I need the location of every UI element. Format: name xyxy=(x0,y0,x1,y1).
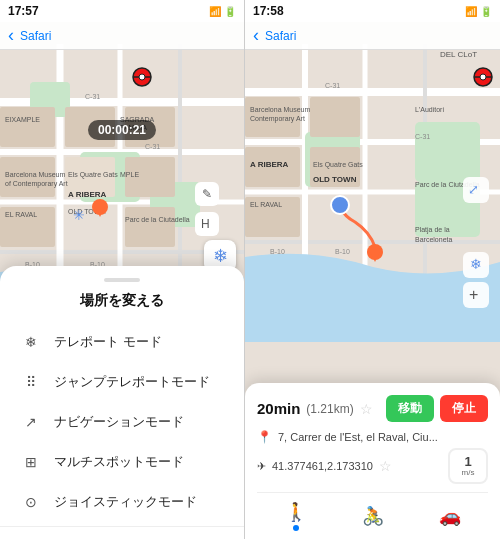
battery-icon-left: 🔋 xyxy=(224,6,236,17)
tab-active-dot xyxy=(293,525,299,531)
svg-text:Barceloneta: Barceloneta xyxy=(415,236,452,243)
svg-text:Parc de la Ciutadella: Parc de la Ciutadella xyxy=(125,216,190,223)
menu-label-navigation: ナビゲーションモード xyxy=(54,413,184,431)
route-address-row: 📍 7, Carrer de l'Est, el Raval, Ciu... xyxy=(257,430,488,444)
joystick-icon: ⊙ xyxy=(20,491,42,513)
svg-rect-18 xyxy=(125,207,175,247)
safari-bar-right[interactable]: ‹ Safari xyxy=(245,22,500,50)
navigation-icon: ↗ xyxy=(20,411,42,433)
svg-text:MPLE: MPLE xyxy=(120,171,139,178)
phone-right: C-31 C-31 B-10 B-10 Barcelona Museum Con… xyxy=(245,0,500,539)
svg-rect-56 xyxy=(310,97,360,137)
svg-text:B-10: B-10 xyxy=(270,248,285,255)
menu-item-jump-teleport[interactable]: ⠿ ジャンプテレポートモード xyxy=(0,362,244,402)
multi-spot-icon: ⊞ xyxy=(20,451,42,473)
favorite-icon[interactable]: ☆ xyxy=(360,401,373,417)
svg-text:L'Auditori: L'Auditori xyxy=(415,106,444,113)
svg-text:C-31: C-31 xyxy=(325,82,340,89)
walk-icon: 🚶 xyxy=(285,501,307,523)
route-coords-row: ✈ 41.377461,2.173310 ☆ 1 m/s xyxy=(257,448,488,484)
menu-label-joystick: ジョイスティックモード xyxy=(54,493,197,511)
svg-text:✳: ✳ xyxy=(73,207,85,223)
menu-item-teleport[interactable]: ❄ テレポート モード xyxy=(0,322,244,362)
location-icon: 📍 xyxy=(257,430,272,444)
svg-text:C-31: C-31 xyxy=(415,133,430,140)
transport-walk[interactable]: 🚶 xyxy=(285,501,307,531)
status-icons-left: 📶 🔋 xyxy=(209,6,236,17)
svg-text:Barcelona Museum: Barcelona Museum xyxy=(250,106,310,113)
transport-tabs: 🚶 🚴 🚗 xyxy=(257,492,488,531)
menu-item-navigation[interactable]: ↗ ナビゲーションモード xyxy=(0,402,244,442)
coords-icon: ✈ xyxy=(257,460,266,473)
speed-value: 1 xyxy=(464,455,471,468)
back-icon-right[interactable]: ‹ xyxy=(253,25,259,46)
safari-bar-left[interactable]: ‹ Safari xyxy=(0,22,244,50)
status-bar-left: 17:57 📶 🔋 xyxy=(0,0,244,22)
svg-text:Els Quatre Gats: Els Quatre Gats xyxy=(68,171,118,179)
svg-text:A RIBERA: A RIBERA xyxy=(250,160,289,169)
svg-text:Els Quatre Gats: Els Quatre Gats xyxy=(313,161,363,169)
status-bar-right: 17:58 📶 🔋 xyxy=(245,0,500,22)
svg-text:EL RAVAL: EL RAVAL xyxy=(5,211,37,218)
sheet-title: 場所を変える xyxy=(0,292,244,310)
route-time-dist: 20min (1.21km) ☆ xyxy=(257,400,373,417)
svg-text:H: H xyxy=(201,217,210,231)
svg-text:Barcelona Museum: Barcelona Museum xyxy=(5,171,65,178)
route-dist: (1.21km) xyxy=(306,402,353,416)
move-button[interactable]: 移動 xyxy=(386,395,434,422)
back-icon-left[interactable]: ‹ xyxy=(8,25,14,46)
safari-label-right[interactable]: Safari xyxy=(265,29,296,43)
sheet-handle xyxy=(104,278,140,282)
transport-bike[interactable]: 🚴 xyxy=(362,505,384,527)
phone-left: C-31 C-31 B-10 B-10 EIXAMPLE Barcelona M… xyxy=(0,0,245,539)
route-time: 20min xyxy=(257,400,300,417)
svg-text:of Contemporary Art: of Contemporary Art xyxy=(5,180,68,188)
route-coords: 41.377461,2.173310 xyxy=(272,460,373,472)
route-address: 7, Carrer de l'Est, el Raval, Ciu... xyxy=(278,431,438,443)
status-icons-right: 📶 🔋 xyxy=(465,6,492,17)
menu-divider xyxy=(0,526,244,527)
route-buttons: 移動 停止 xyxy=(386,395,488,422)
coords-favorite-icon[interactable]: ☆ xyxy=(379,458,392,474)
bottom-sheet-left: 場所を変える ❄ テレポート モード ⠿ ジャンプテレポートモード ↗ ナビゲー… xyxy=(0,266,244,539)
time-left: 17:57 xyxy=(8,4,39,18)
teleport-icon: ❄ xyxy=(20,331,42,353)
svg-text:OLD TOWN: OLD TOWN xyxy=(313,175,357,184)
svg-text:✎: ✎ xyxy=(202,187,212,201)
jump-teleport-icon: ⠿ xyxy=(20,371,42,393)
speed-unit: m/s xyxy=(462,468,475,477)
timer-badge: 00:00:21 xyxy=(88,120,156,140)
wifi-icon-right: 📶 xyxy=(465,6,477,17)
svg-text:+: + xyxy=(469,286,478,303)
transport-car[interactable]: 🚗 xyxy=(439,505,461,527)
svg-text:C-31: C-31 xyxy=(145,143,160,150)
time-right: 17:58 xyxy=(253,4,284,18)
wifi-icon-left: 📶 xyxy=(209,6,221,17)
svg-text:C-31: C-31 xyxy=(85,93,100,100)
menu-item-joystick[interactable]: ⊙ ジョイスティックモード xyxy=(0,482,244,522)
bottom-panel-right: 20min (1.21km) ☆ 移動 停止 📍 7, Carrer de l'… xyxy=(245,383,500,539)
menu-label-teleport: テレポート モード xyxy=(54,333,162,351)
menu-label-jump-teleport: ジャンプテレポートモード xyxy=(54,373,210,391)
battery-icon-right: 🔋 xyxy=(480,6,492,17)
svg-point-80 xyxy=(480,74,486,80)
svg-text:Platja de la: Platja de la xyxy=(415,226,450,234)
svg-text:A RIBERA: A RIBERA xyxy=(68,190,107,199)
svg-text:❄: ❄ xyxy=(470,256,482,272)
svg-rect-11 xyxy=(0,107,55,147)
car-icon: 🚗 xyxy=(439,505,461,527)
svg-rect-53 xyxy=(415,122,480,182)
screen-container: C-31 C-31 B-10 B-10 EIXAMPLE Barcelona M… xyxy=(0,0,500,539)
menu-item-multi-spot[interactable]: ⊞ マルチスポットモード xyxy=(0,442,244,482)
bike-icon: 🚴 xyxy=(362,505,384,527)
svg-text:B-10: B-10 xyxy=(335,248,350,255)
safari-label-left[interactable]: Safari xyxy=(20,29,51,43)
svg-text:Contemporary Art: Contemporary Art xyxy=(250,115,305,123)
stop-button[interactable]: 停止 xyxy=(440,395,488,422)
menu-label-multi-spot: マルチスポットモード xyxy=(54,453,184,471)
svg-text:EIXAMPLE: EIXAMPLE xyxy=(5,116,40,123)
svg-text:DEL CLoT: DEL CLoT xyxy=(440,50,477,59)
svg-point-75 xyxy=(331,196,349,214)
svg-point-39 xyxy=(139,74,145,80)
route-header: 20min (1.21km) ☆ 移動 停止 xyxy=(257,395,488,422)
